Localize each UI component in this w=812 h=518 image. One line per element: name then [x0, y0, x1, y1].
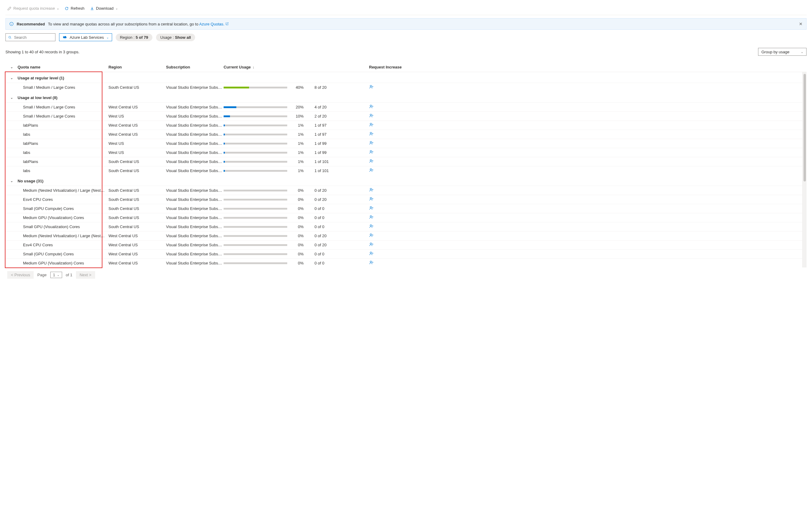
request-increase-button[interactable]	[369, 168, 802, 174]
region-filter[interactable]: Region : 5 of 79	[116, 34, 152, 41]
request-increase-button[interactable]	[369, 260, 802, 266]
usage-bar	[224, 262, 287, 264]
request-increase-button[interactable]	[369, 113, 802, 119]
table-row[interactable]: Medium GPU (Visualization) CoresSouth Ce…	[5, 213, 802, 222]
request-increase-button[interactable]	[369, 85, 802, 90]
usage-bar	[224, 190, 287, 192]
banner-text: To view and manage quotas across all you…	[48, 22, 229, 26]
column-header-name[interactable]: Quota name	[18, 65, 109, 69]
table-row[interactable]: Small GPU (Visualization) CoresSouth Cen…	[5, 222, 802, 231]
column-header-request[interactable]: Request Increase	[369, 65, 807, 69]
request-quota-increase-button[interactable]: Request quota increase ⌄	[7, 6, 59, 10]
chevron-down-icon: ⌄	[57, 273, 59, 277]
toolbar: Request quota increase ⌄ Refresh Downloa…	[5, 4, 807, 15]
group-header[interactable]: ⌄Usage at regular level (1)	[5, 72, 802, 83]
request-increase-button[interactable]	[369, 251, 802, 257]
table-row[interactable]: Small (GPU Compute) CoresSouth Central U…	[5, 204, 802, 213]
region-cell: West US	[109, 114, 166, 118]
usage-bar	[224, 244, 287, 246]
expand-all-toggle[interactable]: ⌄	[5, 65, 18, 69]
svg-point-9	[370, 160, 372, 161]
group-header[interactable]: ⌄No usage (31)	[5, 175, 802, 186]
azure-quotas-link[interactable]: Azure Quotas.	[199, 22, 225, 26]
usage-bar	[224, 161, 287, 163]
usage-filter[interactable]: Usage : Show all	[156, 34, 195, 41]
usage-cell: 1%	[224, 123, 315, 127]
table-row[interactable]: labsWest USVisual Studio Enterprise Subs…	[5, 148, 802, 157]
usage-bar	[224, 134, 287, 136]
region-cell: South Central US	[109, 197, 166, 202]
request-increase-button[interactable]	[369, 132, 802, 137]
group-header[interactable]: ⌄Usage at low level (8)	[5, 92, 802, 103]
previous-page-button[interactable]: < Previous	[7, 271, 34, 279]
table-row[interactable]: Esv4 CPU CoresSouth Central USVisual Stu…	[5, 195, 802, 204]
request-increase-button[interactable]	[369, 150, 802, 155]
svg-point-4	[370, 114, 372, 116]
usage-bar	[224, 226, 287, 228]
column-header-subscription[interactable]: Subscription	[166, 65, 224, 69]
request-increase-button[interactable]	[369, 197, 802, 202]
request-increase-button[interactable]	[369, 215, 802, 221]
column-header-region[interactable]: Region	[109, 65, 166, 69]
search-input[interactable]	[13, 35, 53, 40]
request-increase-button[interactable]	[369, 206, 802, 211]
region-cell: West Central US	[109, 261, 166, 265]
region-cell: West Central US	[109, 252, 166, 256]
usage-count: 0 of 20	[315, 242, 369, 247]
table-row[interactable]: labsSouth Central USVisual Studio Enterp…	[5, 166, 802, 175]
table-row[interactable]: Esv4 CPU CoresWest Central USVisual Stud…	[5, 240, 802, 249]
download-button[interactable]: Download ⌄	[90, 6, 118, 10]
usage-cell: 0%	[224, 215, 315, 220]
chevron-down-icon: ⌄	[57, 7, 59, 10]
scrollbar-thumb[interactable]	[804, 74, 806, 181]
usage-percent: 0%	[291, 242, 303, 247]
close-banner-button[interactable]: ✕	[799, 22, 803, 26]
usage-bar	[224, 143, 287, 144]
next-page-button[interactable]: Next >	[76, 271, 95, 279]
table-row[interactable]: Medium (Nested Virtualization) / Large (…	[5, 231, 802, 240]
svg-point-8	[370, 150, 372, 152]
table-row[interactable]: Small / Medium / Large CoresSouth Centra…	[5, 83, 802, 92]
subscription-cell: Visual Studio Enterprise Subscri…	[166, 123, 224, 127]
table-row[interactable]: Small / Medium / Large CoresWest Central…	[5, 103, 802, 112]
table-row[interactable]: Small (GPU Compute) CoresWest Central US…	[5, 249, 802, 258]
quota-name: labPlans	[18, 141, 109, 146]
usage-percent: 40%	[291, 85, 303, 90]
search-input-wrapper[interactable]	[5, 33, 55, 41]
table-row[interactable]: Medium (Nested Virtualization) / Large (…	[5, 186, 802, 195]
usage-bar	[224, 253, 287, 255]
table-header: ⌄ Quota name Region Subscription Current…	[5, 62, 807, 72]
page-number: 1	[53, 272, 55, 277]
table-row[interactable]: labPlansWest USVisual Studio Enterprise …	[5, 139, 802, 148]
page-number-dropdown[interactable]: 1 ⌄	[50, 272, 62, 278]
group-by-dropdown[interactable]: Group by usage ⌄	[758, 48, 807, 56]
request-increase-button[interactable]	[369, 104, 802, 110]
table-row[interactable]: labsWest Central USVisual Studio Enterpr…	[5, 130, 802, 139]
group-by-label: Group by usage	[761, 50, 790, 54]
request-increase-button[interactable]	[369, 188, 802, 193]
request-increase-button[interactable]	[369, 122, 802, 128]
usage-cell: 1%	[224, 159, 315, 164]
table-row[interactable]: labPlansWest Central USVisual Studio Ent…	[5, 121, 802, 130]
refresh-button[interactable]: Refresh	[64, 6, 85, 10]
provider-label: Azure Lab Services	[70, 35, 104, 40]
request-increase-button[interactable]	[369, 224, 802, 230]
usage-bar	[224, 115, 287, 117]
svg-point-2	[370, 85, 372, 87]
chevron-down-icon: ⌄	[5, 179, 18, 183]
request-increase-button[interactable]	[369, 159, 802, 165]
provider-dropdown[interactable]: Azure Lab Services ⌄	[59, 33, 112, 41]
region-cell: West Central US	[109, 105, 166, 109]
table-row[interactable]: labPlansSouth Central USVisual Studio En…	[5, 157, 802, 166]
request-increase-button[interactable]	[369, 233, 802, 239]
request-increase-button[interactable]	[369, 242, 802, 248]
table-row[interactable]: Medium GPU (Visualization) CoresWest Cen…	[5, 258, 802, 267]
column-header-usage[interactable]: Current Usage↓	[224, 65, 315, 69]
quota-name: Small / Medium / Large Cores	[18, 114, 109, 118]
vertical-scrollbar[interactable]	[802, 72, 807, 267]
usage-cell: 40%	[224, 85, 315, 90]
usage-cell: 1%	[224, 141, 315, 146]
request-increase-button[interactable]	[369, 141, 802, 146]
subscription-cell: Visual Studio Enterprise Subscri…	[166, 206, 224, 211]
table-row[interactable]: Small / Medium / Large CoresWest USVisua…	[5, 112, 802, 121]
